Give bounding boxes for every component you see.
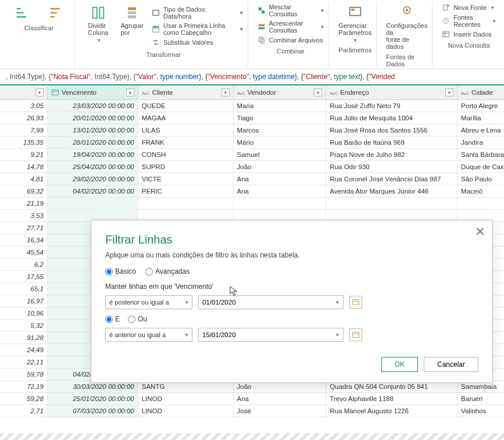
group-by-button[interactable]: Agrupar por (118, 5, 146, 36)
sort-asc-button[interactable] (8, 5, 36, 21)
cursor-icon (230, 286, 238, 296)
cell-cidade: Duque de Caxia (457, 161, 504, 173)
ribbon-group-label: Parâmetros (338, 46, 371, 53)
cell-vendedor: João (234, 161, 327, 173)
datatype-icon (152, 9, 160, 17)
column-header-cidade[interactable]: A₂C Cidade (457, 85, 504, 99)
column-header-vencimento[interactable]: Vencimento ▾ (48, 85, 138, 99)
cell-valor: 27,71 (0, 222, 48, 234)
table-row[interactable]: 21,19 (0, 198, 504, 210)
table-row[interactable]: 4,8129/02/2020 00:00:00VICTEAnaRua Coron… (0, 173, 504, 185)
sort-desc-button[interactable] (42, 5, 70, 21)
operator-dropdown-2[interactable]: é anterior ou igual a (105, 328, 192, 342)
radio-or[interactable]: Ou (128, 315, 147, 323)
append-queries-button[interactable]: Acrescentar Consultas (258, 20, 324, 34)
condition-row-1: é posterior ou igual a (105, 295, 478, 309)
filter-dropdown-icon[interactable]: ▾ (314, 88, 322, 96)
cell-valor: 3,53 (0, 210, 48, 221)
calendar-button-1[interactable] (349, 296, 362, 309)
cell-cliente: SUPRD (138, 161, 234, 173)
table-row[interactable]: 135,3528/01/2020 00:00:00FRANKMárioRua B… (0, 137, 504, 149)
cell-endereco: Rua Manoel Augusto 1226 (326, 405, 457, 417)
table-row[interactable]: 2,7107/03/2020 00:00:00LINODJoséRua Mano… (0, 405, 504, 417)
cell-cliente: CONSH (138, 149, 234, 160)
cell-valor: 21,19 (0, 198, 48, 209)
filter-dropdown-icon[interactable]: ▾ (126, 88, 134, 96)
table-row[interactable]: 59,2825/01/2020 00:00:00LINODAnaTrevo Al… (0, 393, 504, 405)
table-row[interactable]: 26,9320/01/2020 00:00:00MAGAATiagoRua Jú… (0, 112, 504, 124)
column-header-endereco[interactable]: A₂C Endereço ▾ (326, 85, 457, 99)
cell-valor: 69,32 (0, 185, 48, 197)
table-row[interactable]: 9,2119/04/2020 00:00:00CONSHSamuelPraça … (0, 149, 504, 161)
sort-desc-icon (48, 5, 64, 21)
column-header-vendedor[interactable]: A₂C Vendedor ▾ (234, 85, 327, 99)
cell-vendedor: Marcos (234, 124, 327, 136)
cell-valor: 59,28 (0, 393, 48, 405)
ribbon-group-label: Fontes de Dados (386, 53, 427, 67)
calendar-button-2[interactable] (349, 328, 362, 341)
radio-basic[interactable]: Básico (105, 267, 136, 276)
cell-vendedor: Mário (234, 137, 327, 148)
recent-sources-button[interactable]: Fontes Recentes (442, 14, 496, 28)
ribbon-group-newquery: Nova Fonte Fontes Recentes Inserir Dados… (437, 2, 501, 67)
cell-endereco: Trevo Alphaville 1188 (326, 393, 457, 405)
svg-point-17 (405, 9, 408, 12)
ok-button[interactable]: OK (381, 357, 418, 372)
table-row[interactable]: 69,3204/02/2020 00:00:00PERICAnaAvenida … (0, 185, 504, 198)
cell-cidade: Valinhos (457, 405, 504, 417)
close-button[interactable] (475, 226, 485, 237)
datatype-dropdown[interactable]: Tipo de Dados: Data/hora (152, 6, 243, 20)
filter-dropdown-icon[interactable]: ▾ (221, 88, 230, 96)
table-header-icon (152, 25, 160, 33)
ribbon-group-label: Nova Consulta (448, 42, 490, 49)
cell-valor: 14,78 (0, 161, 48, 173)
value-input-1[interactable] (198, 295, 344, 309)
table-row[interactable]: 14,7825/04/2020 00:00:00SUPRDJoãoRua Odi… (0, 161, 504, 173)
cell-valor: 4,81 (0, 173, 48, 185)
filter-rows-dialog: Filtrar Linhas Aplique uma ou mais condi… (91, 220, 493, 383)
svg-rect-3 (128, 12, 136, 15)
cell-valor: 135,35 (0, 137, 48, 148)
cell-cidade (457, 198, 504, 209)
cell-cidade: São Paulo (457, 173, 504, 185)
append-icon (258, 23, 266, 31)
table-row[interactable]: 7,9913/01/2020 00:00:00LILASMarcosRua Jo… (0, 124, 504, 137)
enter-data-button[interactable]: Inserir Dados (442, 30, 496, 38)
cell-vendedor: Ana (234, 173, 327, 185)
operator-dropdown-1[interactable]: é posterior ou igual a (105, 295, 192, 309)
svg-text:A₂C: A₂C (461, 91, 469, 96)
manage-parameters-button[interactable]: Gerenciar Parâmetros (338, 5, 371, 43)
new-source-icon (442, 3, 450, 12)
radio-advanced[interactable]: Avançadas (145, 267, 190, 276)
cell-valor: 6,2 (0, 259, 48, 270)
column-header-cliente[interactable]: A₂C Cliente ▾ (138, 85, 234, 99)
cell-cidade: Abreu e Lima (457, 124, 504, 136)
cell-cliente: PERIC (138, 185, 234, 197)
filter-dropdown-icon[interactable]: ▾ (35, 88, 44, 96)
cell-vencimento: 28/01/2020 00:00:00 (48, 137, 138, 148)
ribbon-group-combine: Mesclar Consultas Acrescentar Consultas … (253, 2, 330, 67)
column-header-valor[interactable]: ▾ (0, 85, 48, 99)
split-column-button[interactable]: Dividir Coluna (84, 5, 112, 43)
merge-queries-button[interactable]: Mesclar Consultas (258, 3, 324, 17)
table-row[interactable]: 3,0523/03/2020 00:00:00QUEDEMariaRua Jos… (0, 100, 504, 112)
filter-dropdown-icon[interactable]: ▾ (445, 88, 453, 96)
datasource-settings-button[interactable]: Configurações da fonte de dados (386, 5, 427, 50)
ribbon-group-label: Transformar (146, 51, 181, 58)
cell-vencimento: 07/03/2020 00:00:00 (48, 405, 138, 417)
replace-values-button[interactable]: Substituir Valores (152, 38, 243, 46)
new-source-button[interactable]: Nova Fonte (442, 3, 496, 12)
combine-files-button[interactable]: Combinar Arquivos (258, 36, 324, 44)
svg-rect-10 (258, 24, 264, 27)
recent-icon (442, 17, 450, 25)
cell-vendedor (234, 198, 327, 209)
cell-vencimento (48, 198, 138, 209)
first-row-header-button[interactable]: Usar a Primeira Linha como Cabeçalho (152, 22, 243, 36)
radio-and[interactable]: E (105, 315, 120, 323)
formula-bar[interactable]: , Int64.Type}, {"Nota Fiscal", Int64.Typ… (0, 69, 504, 85)
cancel-button[interactable]: Cancelar (424, 357, 478, 372)
svg-rect-0 (93, 8, 97, 19)
cell-vendedor: Tiago (234, 112, 327, 124)
value-input-2[interactable] (198, 328, 344, 342)
cell-endereco: Rua José Rosa dos Santos 1556 (326, 124, 457, 136)
